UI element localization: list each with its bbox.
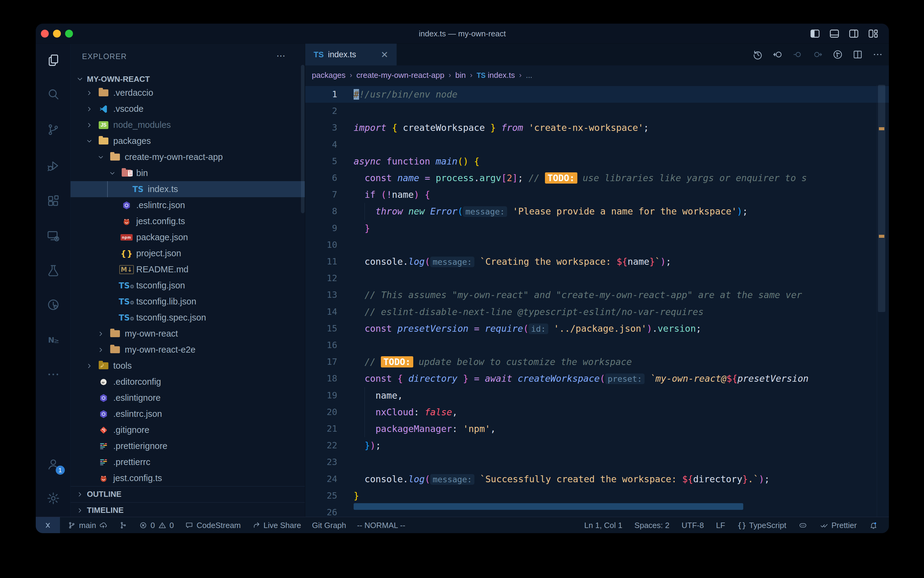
- tab-index-ts[interactable]: TS index.ts ✕: [305, 44, 396, 65]
- layout-customize-icon[interactable]: [867, 28, 879, 40]
- git-history-icon[interactable]: [832, 49, 843, 60]
- tree-item[interactable]: .prettierrc: [71, 454, 305, 470]
- remote-indicator[interactable]: [36, 517, 60, 533]
- activity-remote-explorer[interactable]: [36, 221, 71, 251]
- line-number[interactable]: 20: [305, 404, 337, 421]
- line-number[interactable]: 8: [305, 203, 337, 220]
- activity-extensions[interactable]: [36, 186, 71, 216]
- timeline-history-icon[interactable]: [752, 49, 764, 60]
- line-number[interactable]: 23: [305, 454, 337, 471]
- editor-code-area[interactable]: 1#!/usr/bin/env node23import { createWor…: [305, 85, 889, 517]
- tree-item[interactable]: .prettierignore: [71, 438, 305, 454]
- vertical-scrollbar[interactable]: [878, 85, 885, 312]
- close-icon[interactable]: ✕: [379, 49, 390, 60]
- line-number[interactable]: 26: [305, 504, 337, 517]
- activity-search[interactable]: [36, 79, 71, 109]
- line-number[interactable]: 25: [305, 487, 337, 504]
- tree-item[interactable]: create-my-own-react-app: [71, 149, 305, 165]
- activity-nx-console[interactable]: N≥: [36, 325, 71, 355]
- status-copilot[interactable]: [798, 521, 807, 530]
- more-actions-icon[interactable]: [872, 49, 884, 60]
- tree-item[interactable]: my-own-react-e2e: [71, 342, 305, 358]
- tree-item[interactable]: packages: [71, 133, 305, 149]
- line-number[interactable]: 7: [305, 186, 337, 203]
- tree-item[interactable]: 0110bin: [71, 165, 305, 181]
- tree-item[interactable]: TS⚙tsconfig.lib.json: [71, 294, 305, 310]
- sidebar-scrollbar[interactable]: [301, 65, 304, 213]
- next-change-icon[interactable]: [812, 49, 824, 60]
- line-number[interactable]: 4: [305, 136, 337, 153]
- line-number[interactable]: 6: [305, 170, 337, 186]
- status-language-mode[interactable]: {}TypeScript: [737, 521, 786, 530]
- line-number[interactable]: 19: [305, 387, 337, 404]
- line-number[interactable]: 3: [305, 119, 337, 136]
- tree-item[interactable]: TSindex.ts: [71, 181, 305, 197]
- status-problems[interactable]: 00: [139, 521, 174, 530]
- tree-item[interactable]: tools: [71, 358, 305, 374]
- prev-change-icon[interactable]: [792, 49, 804, 60]
- tree-item[interactable]: .gitignore: [71, 422, 305, 438]
- activity-source-control[interactable]: [36, 115, 71, 145]
- status-encoding[interactable]: UTF-8: [681, 521, 704, 530]
- line-number[interactable]: 17: [305, 354, 337, 370]
- tree-item[interactable]: npmpackage.json: [71, 229, 305, 245]
- status-eol[interactable]: LF: [716, 521, 725, 530]
- line-number[interactable]: 10: [305, 237, 337, 253]
- line-number[interactable]: 14: [305, 304, 337, 320]
- tree-item[interactable]: TS⚙tsconfig.json: [71, 278, 305, 294]
- breadcrumb-item[interactable]: bin: [455, 71, 466, 80]
- nav-back-icon[interactable]: [772, 49, 783, 60]
- line-number[interactable]: 13: [305, 287, 337, 303]
- layout-sidebar-left-icon[interactable]: [809, 28, 821, 40]
- status-git-graph[interactable]: Git Graph: [312, 521, 346, 530]
- line-number[interactable]: 1: [305, 86, 337, 103]
- status-git-branch-status[interactable]: main: [67, 521, 108, 530]
- tree-item[interactable]: .eslintignore: [71, 390, 305, 406]
- layout-sidebar-right-icon[interactable]: [848, 28, 860, 40]
- activity-additional-views[interactable]: [36, 359, 71, 390]
- tree-item[interactable]: .vscode: [71, 101, 305, 117]
- line-number[interactable]: 18: [305, 370, 337, 387]
- split-editor-icon[interactable]: [852, 49, 863, 60]
- status-codestream[interactable]: CodeStream: [184, 521, 241, 530]
- line-number[interactable]: 5: [305, 153, 337, 170]
- line-number[interactable]: 16: [305, 337, 337, 354]
- line-number[interactable]: 2: [305, 103, 337, 119]
- status-live-share[interactable]: Live Share: [252, 521, 301, 530]
- breadcrumb-item[interactable]: TS index.ts: [477, 71, 515, 80]
- line-number[interactable]: 12: [305, 270, 337, 287]
- tree-item[interactable]: jest.config.ts: [71, 470, 305, 486]
- tree-item[interactable]: TS⚙tsconfig.spec.json: [71, 310, 305, 326]
- status-vim-mode[interactable]: -- NORMAL --: [357, 521, 405, 530]
- activity-settings[interactable]: [36, 483, 71, 513]
- tree-item[interactable]: { }project.json: [71, 245, 305, 261]
- status-indentation[interactable]: Spaces: 2: [634, 521, 670, 530]
- workspace-section-header[interactable]: MY-OWN-REACT: [71, 71, 305, 87]
- panel-timeline[interactable]: TIMELINE: [71, 502, 305, 517]
- tree-item[interactable]: JSnode_modules: [71, 117, 305, 133]
- line-number[interactable]: 15: [305, 320, 337, 337]
- panel-outline[interactable]: OUTLINE: [71, 486, 305, 502]
- line-number[interactable]: 9: [305, 220, 337, 237]
- horizontal-scrollbar[interactable]: [354, 503, 743, 510]
- breadcrumb-item[interactable]: ...: [526, 71, 532, 80]
- explorer-more-actions[interactable]: ⋯: [277, 49, 285, 63]
- tree-item[interactable]: jest.config.ts: [71, 213, 305, 229]
- line-number[interactable]: 24: [305, 471, 337, 487]
- tree-item[interactable]: M↓README.md: [71, 261, 305, 278]
- status-prettier[interactable]: Prettier: [820, 521, 857, 530]
- layout-panel-icon[interactable]: [829, 28, 840, 40]
- breadcrumb-item[interactable]: create-my-own-react-app: [356, 71, 444, 80]
- status-commit-graph-status[interactable]: [119, 521, 128, 530]
- line-number[interactable]: 21: [305, 421, 337, 437]
- line-number[interactable]: 11: [305, 253, 337, 270]
- tree-item[interactable]: .eslintrc.json: [71, 406, 305, 422]
- tree-item[interactable]: .eslintrc.json: [71, 197, 305, 213]
- activity-explorer[interactable]: [36, 45, 71, 75]
- activity-run-debug[interactable]: [36, 151, 71, 181]
- title-bar[interactable]: index.ts — my-own-react: [36, 24, 889, 44]
- status-cursor-position[interactable]: Ln 1, Col 1: [584, 521, 623, 530]
- line-number[interactable]: 22: [305, 437, 337, 454]
- activity-testing[interactable]: [36, 255, 71, 285]
- activity-gitlens[interactable]: [36, 290, 71, 320]
